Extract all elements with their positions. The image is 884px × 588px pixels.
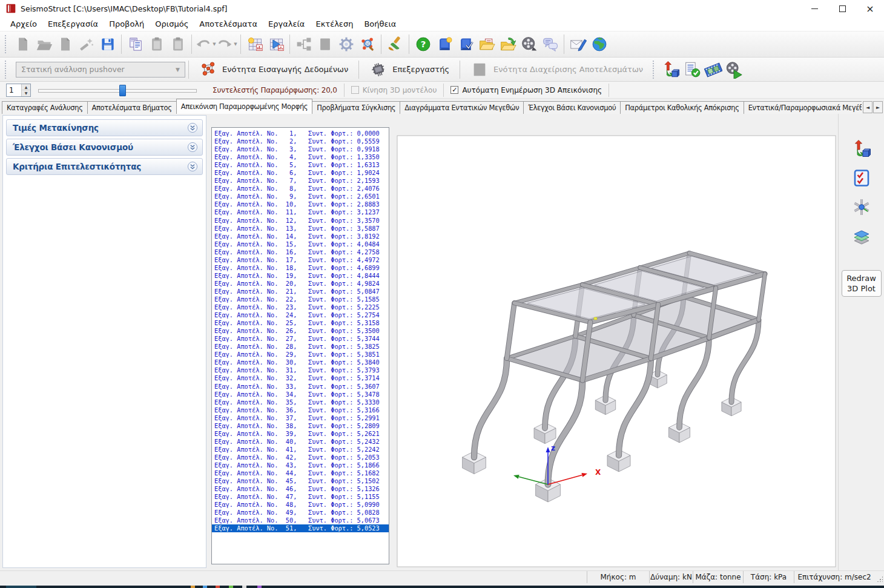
menu-Εκτέλεση[interactable]: Εκτέλεση <box>310 18 358 30</box>
spinner-up-icon[interactable]: ▲ <box>22 84 30 91</box>
deformation-slider[interactable] <box>38 84 197 97</box>
auto-update-checkbox[interactable]: ✓ Αυτόματη Ενημέρωση 3D Απεικόνισης <box>450 86 602 94</box>
layers-button[interactable] <box>849 225 874 247</box>
result-row[interactable]: Εξαγ. Αποτέλ. No. 2, Συντ. Φορτ.: 0,5559 <box>212 137 389 145</box>
result-row[interactable]: Εξαγ. Αποτέλ. No. 45, Συντ. Φορτ.: 5,150… <box>212 477 389 485</box>
result-row[interactable]: Εξαγ. Αποτέλ. No. 9, Συντ. Φορτ.: 2,6501 <box>212 193 389 200</box>
export-folder-icon[interactable] <box>497 33 518 55</box>
result-row[interactable]: Εξαγ. Αποτέλ. No. 4, Συντ. Φορτ.: 1,3350 <box>212 153 389 161</box>
input-module-icon[interactable] <box>244 33 265 55</box>
result-row[interactable]: Εξαγ. Αποτέλ. No. 38, Συντ. Φορτ.: 5,280… <box>212 422 389 430</box>
analysis-log-icon[interactable] <box>681 59 702 81</box>
tab-1[interactable]: Αποτελέσματα Βήματος <box>87 101 177 114</box>
result-row[interactable]: Εξαγ. Αποτέλ. No. 11, Συντ. Φορτ.: 3,123… <box>212 208 389 216</box>
wizard-icon[interactable] <box>76 33 97 55</box>
model-explorer-icon[interactable] <box>357 33 378 55</box>
panel-icon[interactable] <box>314 33 335 55</box>
result-row[interactable]: Εξαγ. Αποτέλ. No. 18, Συντ. Φορτ.: 4,689… <box>212 264 389 272</box>
dropdown-arrow-icon[interactable]: ▼ <box>234 42 237 47</box>
viewport-3d[interactable]: Xz <box>395 114 838 570</box>
minimize-button[interactable] <box>800 0 828 17</box>
open-file-icon[interactable] <box>33 33 54 55</box>
save-icon[interactable] <box>97 33 118 55</box>
section-header-0[interactable]: Τιμές Μετακίνησης <box>6 119 203 136</box>
result-row[interactable]: Εξαγ. Αποτέλ. No. 44, Συντ. Φορτ.: 5,168… <box>212 469 389 477</box>
result-row[interactable]: Εξαγ. Αποτέλ. No. 17, Συντ. Φορτ.: 4,497… <box>212 256 389 264</box>
result-row[interactable]: Εξαγ. Αποτέλ. No. 41, Συντ. Φορτ.: 5,224… <box>212 446 389 454</box>
menu-Προβολή[interactable]: Προβολή <box>104 18 150 30</box>
result-row[interactable]: Εξαγ. Αποτέλ. No. 32, Συντ. Φορτ.: 5,371… <box>212 374 389 382</box>
tab-7[interactable]: Εντατικά/Παραμορφωσιακά Μεγέθη Στοιχείων <box>744 101 862 114</box>
result-row[interactable]: Εξαγ. Αποτέλ. No. 21, Συντ. Φορτ.: 5,084… <box>212 288 389 296</box>
toolbar-handle[interactable] <box>5 35 10 53</box>
result-row[interactable]: Εξαγ. Αποτέλ. No. 15, Συντ. Φορτ.: 4,048… <box>212 240 389 248</box>
maximize-button[interactable] <box>828 0 856 17</box>
close-file-icon[interactable] <box>54 33 76 55</box>
tab-0[interactable]: Καταγραφές Ανάλυσης <box>2 101 88 114</box>
animate-3d-checkbox[interactable]: Κίνηση 3D μοντέλου <box>351 86 437 94</box>
menu-Εργαλεία[interactable]: Εργαλεία <box>263 18 310 30</box>
copy-icon[interactable] <box>146 33 167 55</box>
email-support-icon[interactable] <box>567 33 589 55</box>
result-row[interactable]: Εξαγ. Αποτέλ. No. 6, Συντ. Φορτ.: 1,9024 <box>212 169 389 177</box>
performance-checks-button[interactable] <box>849 167 874 189</box>
close-button[interactable]: × <box>856 0 884 17</box>
undo-icon[interactable]: ▼ <box>195 33 216 55</box>
result-row[interactable]: Εξαγ. Αποτέλ. No. 19, Συντ. Φορτ.: 4,844… <box>212 272 389 280</box>
redraw-3d-plot-button[interactable]: Redraw3D Plot <box>842 270 882 297</box>
forum-icon[interactable] <box>539 33 561 55</box>
menu-Ορισμός[interactable]: Ορισμός <box>150 18 194 30</box>
step-spinner[interactable]: 1 ▲ ▼ <box>6 84 31 97</box>
tree-view-icon[interactable] <box>293 33 314 55</box>
new-file-icon[interactable] <box>12 33 33 55</box>
result-row[interactable]: Εξαγ. Αποτέλ. No. 40, Συντ. Φορτ.: 5,243… <box>212 438 389 446</box>
settings-gear-icon[interactable] <box>335 33 357 55</box>
movie-icon[interactable] <box>724 59 745 81</box>
menu-Επεξεργασία[interactable]: Επεξεργασία <box>42 18 104 30</box>
tab-scroll-right-button[interactable]: ► <box>873 101 883 113</box>
resize-grip[interactable] <box>874 571 884 583</box>
result-row[interactable]: Εξαγ. Αποτέλ. No. 23, Συντ. Φορτ.: 5,222… <box>212 303 389 311</box>
result-row[interactable]: Εξαγ. Αποτέλ. No. 25, Συντ. Φορτ.: 5,315… <box>212 319 389 327</box>
result-row[interactable]: Εξαγ. Αποτέλ. No. 31, Συντ. Φορτ.: 5,379… <box>212 366 389 374</box>
result-row[interactable]: Εξαγ. Αποτέλ. No. 46, Συντ. Φορτ.: 5,132… <box>212 485 389 493</box>
result-row[interactable]: Εξαγ. Αποτέλ. No. 7, Συντ. Φορτ.: 2,1593 <box>212 177 389 185</box>
result-row[interactable]: Εξαγ. Αποτέλ. No. 10, Συντ. Φορτ.: 2,888… <box>212 200 389 208</box>
result-row[interactable]: Εξαγ. Αποτέλ. No. 5, Συντ. Φορτ.: 1,6313 <box>212 161 389 169</box>
tab-5[interactable]: Έλεγχοι Βάσει Κανονισμού <box>523 101 621 114</box>
result-row[interactable]: Εξαγ. Αποτέλ. No. 29, Συντ. Φορτ.: 5,385… <box>212 351 389 358</box>
result-row[interactable]: Εξαγ. Αποτέλ. No. 27, Συντ. Φορτ.: 5,374… <box>212 335 389 343</box>
result-row[interactable]: Εξαγ. Αποτέλ. No. 12, Συντ. Φορτ.: 3,357… <box>212 217 389 225</box>
result-row[interactable]: Εξαγ. Αποτέλ. No. 36, Συντ. Φορτ.: 5,316… <box>212 406 389 414</box>
result-row[interactable]: Εξαγ. Αποτέλ. No. 13, Συντ. Φορτ.: 3,588… <box>212 225 389 233</box>
result-row[interactable]: Εξαγ. Αποτέλ. No. 16, Συντ. Φορτ.: 4,275… <box>212 248 389 256</box>
tab-6[interactable]: Παράμετροι Καθολικής Απόκρισης <box>620 101 744 114</box>
section-header-1[interactable]: Έλεγχοι Βάσει Κανονισμού <box>6 139 203 156</box>
video-tutorials-icon[interactable] <box>518 33 539 55</box>
result-row[interactable]: Εξαγ. Αποτέλ. No. 51, Συντ. Φορτ.: 5,052… <box>212 524 389 532</box>
tab-scroll-left-button[interactable]: ◄ <box>863 101 872 113</box>
format-brush-icon[interactable] <box>384 33 406 55</box>
examples-folder-icon[interactable] <box>476 33 497 55</box>
result-row[interactable]: Εξαγ. Αποτέλ. No. 1, Συντ. Φορτ.: 0,0000 <box>212 130 389 137</box>
help-icon[interactable]: ? <box>412 33 434 55</box>
analysis-type-select[interactable]: Στατική ανάλυση pushover ▼ <box>16 62 185 78</box>
result-row[interactable]: Εξαγ. Αποτέλ. No. 28, Συντ. Φορτ.: 5,382… <box>212 343 389 351</box>
result-row[interactable]: Εξαγ. Αποτέλ. No. 22, Συντ. Φορτ.: 5,158… <box>212 296 389 303</box>
menu-Αποτελέσματα[interactable]: Αποτελέσματα <box>194 18 263 30</box>
tab-4[interactable]: Διαγράμματα Εντατικών Μεγεθών <box>400 101 524 114</box>
run-module-icon[interactable] <box>265 33 286 55</box>
tab-2[interactable]: Απεικόνιση Παραμορφωμένης Μορφής <box>176 99 313 114</box>
result-row[interactable]: Εξαγ. Αποτέλ. No. 50, Συντ. Φορτ.: 5,067… <box>212 517 389 524</box>
pre-processor-button[interactable]: Ενότητα Εισαγωγής Δεδομένων <box>192 59 355 81</box>
manual-icon[interactable] <box>434 33 455 55</box>
spinner-down-icon[interactable]: ▼ <box>22 90 30 96</box>
post-processor-button[interactable]: Ενότητα Διαχείρισης Αποτελεσμάτων <box>463 59 650 81</box>
processor-button[interactable]: Επεξεργαστής <box>362 59 457 81</box>
result-row[interactable]: Εξαγ. Αποτέλ. No. 39, Συντ. Φορτ.: 5,262… <box>212 430 389 438</box>
toolbar-handle[interactable] <box>653 61 658 79</box>
nodes-display-button[interactable] <box>849 196 874 218</box>
result-row[interactable]: Εξαγ. Αποτέλ. No. 37, Συντ. Φορτ.: 5,299… <box>212 414 389 422</box>
result-row[interactable]: Εξαγ. Αποτέλ. No. 48, Συντ. Φορτ.: 5,099… <box>212 501 389 509</box>
result-row[interactable]: Εξαγ. Αποτέλ. No. 33, Συντ. Φορτ.: 5,360… <box>212 383 389 391</box>
